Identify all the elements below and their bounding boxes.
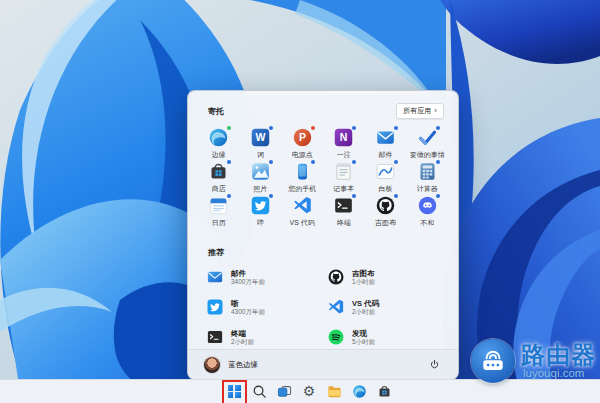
recommended-item-name: VS 代码: [352, 299, 379, 308]
user-name[interactable]: 蓝色边缘: [228, 360, 258, 370]
calendar-icon: [208, 195, 229, 216]
pinned-app-label: 计算器: [417, 184, 438, 194]
pinned-apps-grid: 边缘 W 词 P 电源点: [188, 119, 458, 229]
task-view-button[interactable]: [276, 383, 293, 400]
spotify-icon: [327, 328, 345, 346]
start-menu-footer: 蓝色边缘: [188, 349, 458, 379]
github-icon: [327, 268, 345, 286]
pinned-app-label: 不和: [420, 218, 434, 228]
edge-button[interactable]: [351, 383, 368, 400]
gear-icon: ⚙: [303, 384, 316, 399]
store-button[interactable]: [376, 383, 393, 400]
vscode-icon: [327, 298, 345, 316]
pinned-app-vscode[interactable]: VS 代码: [281, 195, 323, 229]
pinned-app-label: 日历: [212, 218, 226, 228]
power-icon: [429, 359, 440, 370]
watermark-domain: luyouqi.com: [521, 367, 596, 380]
pinned-app-label: 电源点: [292, 150, 313, 160]
pinned-app-label: 词: [257, 150, 264, 160]
svg-text:W: W: [256, 131, 266, 143]
pinned-app-word[interactable]: W 词: [240, 127, 282, 161]
all-apps-label: 所有应用: [403, 106, 431, 116]
mail-icon: [375, 127, 396, 148]
todo-icon: [417, 127, 438, 148]
pinned-app-label: 照片: [253, 184, 267, 194]
pinned-app-todo[interactable]: 要做的事情: [406, 127, 448, 161]
recommended-item-time: 1小时前: [352, 278, 375, 286]
pinned-app-discord[interactable]: 不和: [406, 195, 448, 229]
calculator-icon: [417, 161, 438, 182]
pinned-app-your-phone[interactable]: 您的手机: [281, 161, 323, 195]
terminal-icon: [206, 328, 224, 346]
recommended-item-terminal[interactable]: 终端 2小时前: [206, 325, 327, 349]
pinned-app-terminal[interactable]: 终端: [323, 195, 365, 229]
search-button[interactable]: [251, 383, 268, 400]
photos-icon: [250, 161, 271, 182]
file-explorer-button[interactable]: [326, 383, 343, 400]
onenote-icon: N: [333, 127, 354, 148]
all-apps-button[interactable]: 所有应用 ›: [396, 103, 444, 119]
pinned-app-notepad[interactable]: 记事本: [323, 161, 365, 195]
recommended-item-time: 4300万年前: [231, 308, 265, 316]
notepad-icon: [333, 161, 354, 182]
pinned-app-github[interactable]: 吉图布: [365, 195, 407, 229]
pinned-app-label: 商店: [212, 184, 226, 194]
recommended-item-name: 哳: [231, 299, 265, 308]
recommended-item-time: 2小时前: [352, 308, 379, 316]
whiteboard-icon: [375, 161, 396, 182]
settings-button[interactable]: ⚙: [301, 383, 318, 400]
pinned-app-label: VS 代码: [290, 218, 315, 228]
folder-icon: [327, 384, 342, 399]
recommended-item-name: 终端: [231, 329, 254, 338]
pinned-app-edge[interactable]: 边缘: [198, 127, 240, 161]
screen: 寄托 所有应用 › 边缘 W 词: [0, 0, 600, 403]
recommended-item-name: 吉图布: [352, 269, 375, 278]
user-avatar[interactable]: [204, 357, 220, 373]
your-phone-icon: [292, 161, 313, 182]
recommended-item-mail[interactable]: 邮件 3400万年前: [206, 265, 327, 289]
twitter-icon: [206, 298, 224, 316]
pinned-app-mail[interactable]: 邮件: [365, 127, 407, 161]
start-button[interactable]: [226, 383, 243, 400]
pinned-app-label: 您的手机: [288, 184, 316, 194]
svg-text:P: P: [299, 131, 306, 143]
task-view-icon: [277, 384, 292, 399]
pinned-app-photos[interactable]: 照片: [240, 161, 282, 195]
pinned-app-calendar[interactable]: 日历: [198, 195, 240, 229]
vscode-icon: [292, 195, 313, 216]
mail-icon: [206, 268, 224, 286]
pinned-app-label: 记事本: [333, 184, 354, 194]
discord-icon: [417, 195, 438, 216]
power-button[interactable]: [426, 357, 442, 373]
watermark-title: 路由器: [521, 342, 596, 367]
pinned-app-whiteboard[interactable]: 白板: [365, 161, 407, 195]
store-icon: [208, 161, 229, 182]
recommended-item-vscode[interactable]: VS 代码 2小时前: [327, 295, 448, 319]
search-icon: [252, 384, 267, 399]
pinned-app-label: 哔: [257, 218, 264, 228]
pinned-app-onenote[interactable]: N 一注: [323, 127, 365, 161]
recommended-item-time: 2小时前: [231, 338, 254, 346]
recommended-item-time: 3400万年前: [231, 278, 265, 286]
chevron-right-icon: ›: [434, 108, 437, 114]
recommended-item-twitter[interactable]: 哳 4300万年前: [206, 295, 327, 319]
edge-icon: [208, 127, 229, 148]
recommended-section-label: 推荐: [208, 248, 224, 257]
svg-text:N: N: [340, 131, 348, 143]
pinned-app-store[interactable]: 商店: [198, 161, 240, 195]
start-menu: 寄托 所有应用 › 边缘 W 词: [187, 90, 459, 380]
pinned-app-twitter[interactable]: 哔: [240, 195, 282, 229]
watermark: 路由器 luyouqi.com: [471, 339, 596, 383]
powerpoint-icon: P: [292, 127, 313, 148]
pinned-app-label: 一注: [337, 150, 351, 160]
github-icon: [375, 195, 396, 216]
pinned-app-label: 终端: [337, 218, 351, 228]
pinned-app-label: 白板: [378, 184, 392, 194]
recommended-item-name: 发现: [352, 329, 375, 338]
recommended-item-name: 邮件: [231, 269, 265, 278]
recommended-item-github[interactable]: 吉图布 1小时前: [327, 265, 448, 289]
pinned-app-powerpoint[interactable]: P 电源点: [281, 127, 323, 161]
pinned-app-calculator[interactable]: 计算器: [406, 161, 448, 195]
recommended-item-spotify[interactable]: 发现 5小时前: [327, 325, 448, 349]
pinned-app-label: 吉图布: [375, 218, 396, 228]
